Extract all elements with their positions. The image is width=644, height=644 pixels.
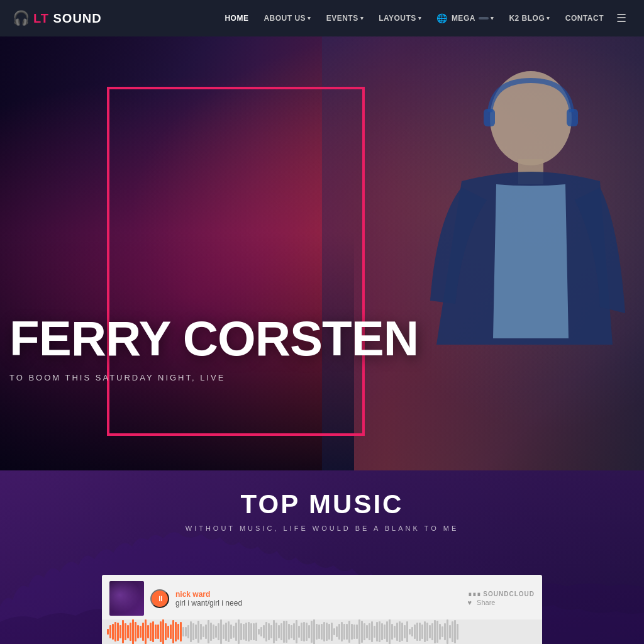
chevron-down-icon: ▾ bbox=[547, 15, 550, 21]
nav-link-contact[interactable]: CONTACT bbox=[558, 9, 611, 28]
wave-bar bbox=[384, 625, 386, 639]
wave-bar bbox=[429, 625, 431, 638]
artist-figure bbox=[386, 62, 625, 470]
wave-bar bbox=[175, 622, 177, 641]
hero-title: FERRY CORSTEN bbox=[9, 315, 418, 362]
waveform[interactable] bbox=[102, 619, 542, 644]
wave-bar bbox=[431, 623, 433, 640]
nav-links: HOME ABOUT US ▾ EVENTS ▾ LAYOUTS ▾ 🌐MEGA… bbox=[217, 8, 631, 28]
wave-bar bbox=[358, 619, 360, 643]
wave-bar bbox=[341, 622, 343, 642]
hamburger-icon[interactable]: ☰ bbox=[611, 12, 631, 25]
wave-bar bbox=[260, 627, 262, 636]
wave-bar bbox=[426, 623, 428, 641]
wave-bar bbox=[308, 625, 310, 638]
globe-icon: 🌐 bbox=[436, 13, 448, 23]
nav-item-events[interactable]: EVENTS ▾ bbox=[319, 9, 372, 28]
wave-bar bbox=[416, 623, 418, 640]
wave-bar bbox=[220, 619, 222, 643]
wave-bar bbox=[192, 623, 194, 640]
wave-bar bbox=[298, 626, 300, 638]
wave-bar bbox=[235, 623, 237, 641]
wave-bar bbox=[147, 625, 149, 638]
soundcloud-info: ∎∎∎ SOUNDCLOUD ♥ Share bbox=[468, 591, 535, 606]
wave-bar bbox=[223, 625, 225, 640]
wave-bar bbox=[386, 621, 388, 642]
wave-bar bbox=[389, 619, 391, 644]
wave-bar bbox=[122, 620, 124, 643]
artist-photo bbox=[322, 36, 644, 470]
top-music-subtitle: WITHOUT MUSIC, LIFE WOULD BE A BLANK TO … bbox=[0, 525, 644, 532]
wave-bar bbox=[233, 626, 235, 638]
wave-bar bbox=[409, 629, 411, 634]
nav-link-events[interactable]: EVENTS ▾ bbox=[319, 9, 372, 28]
wave-bar bbox=[140, 626, 142, 638]
wave-bar bbox=[180, 622, 182, 641]
top-music-section: TOP MUSIC WITHOUT MUSIC, LIFE WOULD BE A… bbox=[0, 470, 644, 644]
nav-item-contact[interactable]: CONTACT bbox=[558, 9, 611, 28]
wave-bar bbox=[268, 623, 270, 641]
wave-bar bbox=[301, 623, 303, 640]
wave-bar bbox=[142, 623, 144, 641]
wave-bar bbox=[109, 625, 111, 638]
logo[interactable]: 🎧 LT SOUND bbox=[13, 10, 102, 26]
nav-item-hamburger[interactable]: ☰ bbox=[611, 11, 631, 25]
wave-bar bbox=[379, 621, 380, 641]
chevron-down-icon: ▾ bbox=[491, 15, 494, 21]
wave-bar bbox=[291, 625, 292, 638]
wave-bar bbox=[313, 619, 315, 644]
play-button[interactable]: ⏸ bbox=[150, 589, 169, 608]
wave-bar bbox=[228, 621, 230, 641]
nav-link-mega[interactable]: 🌐MEGA ▾ bbox=[429, 8, 501, 28]
wave-bar bbox=[107, 629, 109, 635]
wave-bar bbox=[125, 623, 126, 641]
wave-bar bbox=[369, 623, 370, 640]
wave-bar bbox=[296, 620, 297, 643]
wave-bar bbox=[353, 625, 355, 638]
wave-bar bbox=[343, 624, 345, 639]
wave-bar bbox=[177, 624, 179, 640]
wave-bar bbox=[170, 625, 172, 639]
wave-bar bbox=[137, 625, 139, 638]
wave-bar bbox=[316, 624, 318, 640]
nav-item-mega[interactable]: 🌐MEGA ▾ bbox=[429, 8, 501, 28]
nav-link-layouts[interactable]: LAYOUTS ▾ bbox=[371, 9, 429, 28]
wave-bar bbox=[366, 625, 368, 638]
wave-bar bbox=[283, 621, 285, 643]
wave-bar bbox=[318, 625, 320, 639]
nav-item-about[interactable]: ABOUT US ▾ bbox=[256, 9, 318, 28]
wave-bar bbox=[321, 624, 323, 640]
nav-item-layouts[interactable]: LAYOUTS ▾ bbox=[371, 9, 429, 28]
nav-link-k2blog[interactable]: K2 BLOG ▾ bbox=[501, 9, 557, 28]
navbar: 🎧 LT SOUND HOME ABOUT US ▾ EVENTS ▾ LAYO… bbox=[0, 0, 644, 36]
wave-bar bbox=[253, 623, 255, 640]
wave-bar bbox=[286, 621, 287, 643]
wave-bar bbox=[132, 619, 134, 644]
wave-bar bbox=[356, 625, 358, 639]
wave-bar bbox=[263, 625, 265, 638]
wave-bar bbox=[185, 627, 187, 636]
wave-bar bbox=[210, 623, 212, 641]
wave-bar bbox=[240, 623, 242, 640]
wave-bar bbox=[406, 621, 408, 642]
wave-bar bbox=[336, 626, 338, 637]
wave-bar bbox=[293, 623, 295, 641]
nav-item-home[interactable]: HOME bbox=[217, 9, 256, 28]
wave-bar bbox=[190, 621, 192, 643]
wave-bar bbox=[348, 621, 350, 643]
wave-bar bbox=[411, 627, 413, 636]
wave-bar bbox=[376, 622, 378, 641]
hero-content: FERRY CORSTEN TO BOOM THIS SATURDAY NIGH… bbox=[9, 315, 418, 382]
wave-bar bbox=[328, 624, 330, 640]
heart-button[interactable]: ♥ bbox=[468, 599, 472, 606]
wave-bar bbox=[278, 625, 280, 639]
wave-bar bbox=[439, 624, 441, 640]
wave-bar bbox=[364, 623, 365, 640]
share-button[interactable]: Share bbox=[477, 599, 495, 606]
wave-bar bbox=[421, 625, 423, 639]
wave-bar bbox=[225, 623, 227, 641]
nav-link-about[interactable]: ABOUT US ▾ bbox=[256, 9, 318, 28]
track-artist: nick ward bbox=[175, 590, 462, 599]
nav-link-home[interactable]: HOME bbox=[217, 9, 256, 28]
nav-item-k2blog[interactable]: K2 BLOG ▾ bbox=[501, 9, 557, 28]
